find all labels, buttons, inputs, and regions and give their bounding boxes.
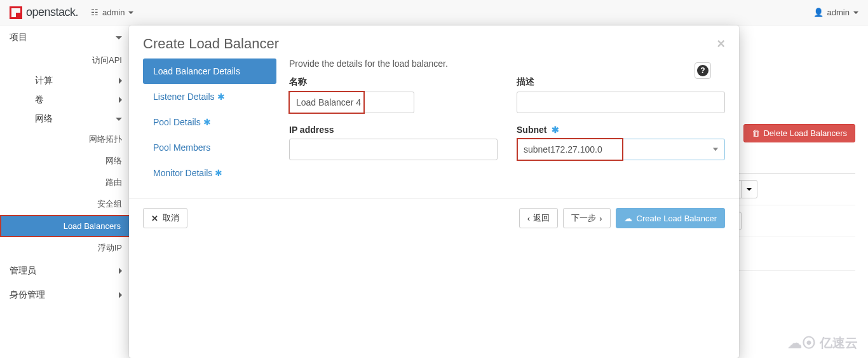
create-label: Create Load Balancer [637, 214, 717, 223]
form-row: IP address Subnet ✱ subnet172.27.100.0 [289, 125, 725, 160]
brand-text: openstack. [26, 6, 78, 19]
user-menu[interactable]: 👤 admin [813, 8, 858, 17]
modal-footer: ✕ 取消 ‹ 返回 下一步 › ☁ Create Load Balancer [129, 198, 739, 237]
subnet-select[interactable]: subnet172.27.100.0 [517, 139, 725, 160]
modal-title: Create Load Balancer [143, 36, 279, 52]
step-label: Pool Details [153, 117, 201, 127]
form-group-description: 描述 [517, 76, 725, 113]
user-icon: 👤 [813, 8, 824, 17]
form-row: 名称 描述 [289, 76, 725, 113]
subnet-label-text: Subnet [517, 125, 546, 135]
caret-down-icon [128, 11, 133, 14]
x-icon: ✕ [151, 214, 158, 223]
label-subnet: Subnet ✱ [517, 125, 725, 135]
required-asterisk-icon: ✱ [552, 125, 559, 135]
modal-overlay: Create Load Balancer × Load Balancer Det… [0, 25, 868, 358]
required-asterisk-icon: ✱ [217, 92, 225, 102]
user-menu-label: admin [827, 8, 850, 17]
help-button[interactable]: ? [695, 62, 711, 79]
caret-down-icon [853, 11, 858, 14]
form-group-name: 名称 [289, 76, 498, 113]
step-label: Monitor Details [153, 168, 212, 178]
next-button[interactable]: 下一步 › [563, 208, 610, 228]
angle-right-icon: › [599, 214, 602, 223]
modal-header: Create Load Balancer × [129, 25, 739, 59]
required-asterisk-icon: ✱ [203, 117, 211, 127]
wizard-step-lb-details[interactable]: Load Balancer Details [143, 59, 276, 84]
step-label: Listener Details [153, 92, 215, 102]
label-description: 描述 [517, 76, 725, 88]
back-button[interactable]: ‹ 返回 [519, 208, 558, 228]
footer-right: ‹ 返回 下一步 › ☁ Create Load Balancer [519, 208, 725, 228]
angle-left-icon: ‹ [527, 214, 530, 223]
wizard-step-pool[interactable]: Pool Details✱ [143, 109, 276, 135]
wizard-step-monitor[interactable]: Monitor Details✱ [143, 160, 276, 186]
project-selector[interactable]: ☷ admin [91, 8, 133, 17]
label-ip: IP address [289, 125, 498, 135]
required-asterisk-icon: ✱ [215, 168, 222, 178]
help-icon: ? [697, 65, 709, 76]
create-lb-modal: Create Load Balancer × Load Balancer Det… [129, 25, 739, 358]
wizard-nav: Load Balancer Details Listener Details✱ … [143, 59, 276, 186]
create-load-balancer-button[interactable]: ☁ Create Load Balancer [616, 208, 725, 228]
form-group-ip: IP address [289, 125, 498, 160]
cloud-download-icon: ☁ [624, 214, 632, 223]
wizard-step-members[interactable]: Pool Members [143, 135, 276, 160]
subnet-selected-value: subnet172.27.100.0 [524, 144, 718, 155]
cancel-button[interactable]: ✕ 取消 [143, 208, 187, 228]
wizard-step-listener[interactable]: Listener Details✱ [143, 84, 276, 109]
label-name: 名称 [289, 76, 498, 88]
top-navbar: openstack. ☷ admin 👤 admin [0, 0, 868, 25]
layers-icon: ☷ [91, 8, 98, 17]
form-area: ? Provide the details for the load balan… [289, 59, 725, 186]
navbar-left: openstack. ☷ admin [10, 6, 133, 19]
brand-logo[interactable]: openstack. [10, 6, 78, 19]
back-label: 返回 [533, 212, 550, 224]
ip-input[interactable] [289, 139, 498, 160]
cancel-label: 取消 [163, 212, 179, 224]
description-input[interactable] [517, 92, 725, 113]
next-label: 下一步 [571, 212, 596, 224]
project-selector-label: admin [102, 8, 125, 17]
name-input[interactable] [289, 92, 414, 113]
openstack-logo-icon [10, 6, 22, 19]
form-group-subnet: Subnet ✱ subnet172.27.100.0 [517, 125, 725, 160]
modal-body: Load Balancer Details Listener Details✱ … [129, 59, 739, 198]
form-instructions: Provide the details for the load balance… [289, 59, 725, 69]
close-icon[interactable]: × [717, 36, 725, 52]
